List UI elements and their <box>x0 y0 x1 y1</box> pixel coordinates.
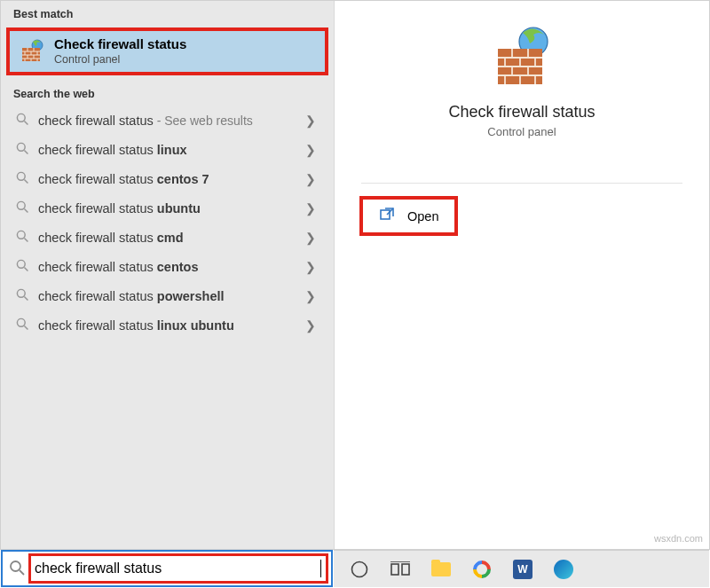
svg-line-20 <box>24 180 28 184</box>
search-icon <box>15 200 29 216</box>
chevron-right-icon: ❯ <box>305 201 320 216</box>
search-web-header: Search the web <box>1 81 334 106</box>
search-icon <box>15 229 29 246</box>
search-icon <box>15 170 29 187</box>
svg-point-21 <box>17 202 25 210</box>
edge-icon[interactable] <box>554 560 573 579</box>
web-result-text: check firewall status linux ubuntu <box>38 318 296 333</box>
search-icon <box>8 559 26 579</box>
web-result-item[interactable]: check firewall status centos 7❯ <box>6 164 328 193</box>
web-result-bold: centos <box>157 260 199 274</box>
chevron-right-icon: ❯ <box>305 231 320 245</box>
svg-point-29 <box>17 319 25 327</box>
svg-line-28 <box>24 297 28 301</box>
firewall-icon-large <box>491 26 553 92</box>
svg-line-26 <box>24 268 28 271</box>
web-result-prefix: check firewall status <box>38 289 157 303</box>
web-result-bold: ubuntu <box>157 201 201 216</box>
taskbar: W <box>334 550 709 587</box>
web-result-item[interactable]: check firewall status linux ubuntu❯ <box>6 310 328 340</box>
web-result-prefix: check firewall status <box>38 318 157 333</box>
web-result-prefix: check firewall status <box>38 172 157 186</box>
watermark: wsxdn.com <box>654 533 703 544</box>
search-icon <box>15 287 29 304</box>
details-subtitle: Control panel <box>487 125 556 138</box>
web-result-text: check firewall status powershell <box>38 289 296 303</box>
search-icon <box>15 258 29 275</box>
details-pane: Check firewall status Control panel Open <box>335 1 709 549</box>
svg-line-18 <box>24 151 28 154</box>
svg-rect-50 <box>391 564 398 575</box>
open-label: Open <box>407 209 438 223</box>
web-result-text: check firewall status ubuntu <box>38 201 296 216</box>
web-result-item[interactable]: check firewall status powershell❯ <box>6 281 328 310</box>
web-result-text: check firewall status linux <box>38 143 296 157</box>
web-result-prefix: check firewall status <box>38 260 157 274</box>
file-explorer-icon[interactable] <box>431 560 451 579</box>
chevron-right-icon: ❯ <box>305 260 320 274</box>
best-match-header: Best match <box>1 1 334 26</box>
chevron-right-icon: ❯ <box>305 289 320 303</box>
chevron-right-icon: ❯ <box>305 172 320 186</box>
search-results-pane: Best match Check firewall s <box>1 1 335 549</box>
svg-line-16 <box>24 122 28 125</box>
web-result-prefix: check firewall status <box>38 201 157 216</box>
svg-point-25 <box>17 261 25 269</box>
chevron-right-icon: ❯ <box>305 114 320 128</box>
svg-line-30 <box>24 326 28 330</box>
svg-rect-51 <box>402 564 409 575</box>
web-result-bold: linux ubuntu <box>157 318 234 333</box>
web-result-prefix: check firewall status <box>38 143 157 157</box>
web-result-item[interactable]: check firewall status linux❯ <box>6 135 328 164</box>
svg-line-48 <box>20 570 24 575</box>
web-result-item[interactable]: check firewall status - See web results❯ <box>6 106 328 135</box>
web-result-item[interactable]: check firewall status cmd❯ <box>6 223 328 252</box>
search-icon <box>15 317 29 333</box>
web-result-suffix: - See web results <box>154 114 253 128</box>
svg-point-27 <box>17 290 25 298</box>
chevron-right-icon: ❯ <box>305 318 320 333</box>
chevron-right-icon: ❯ <box>305 143 320 157</box>
text-cursor <box>320 560 321 577</box>
search-bar[interactable] <box>1 550 333 587</box>
web-result-bold: centos 7 <box>157 172 209 186</box>
svg-point-15 <box>17 114 25 122</box>
svg-point-19 <box>17 173 25 181</box>
svg-line-24 <box>24 239 28 242</box>
web-result-prefix: check firewall status <box>38 231 157 245</box>
open-action[interactable]: Open <box>363 200 454 232</box>
svg-point-49 <box>352 561 367 576</box>
web-result-text: check firewall status cmd <box>38 231 296 245</box>
best-match-item[interactable]: Check firewall status Control panel <box>8 29 327 74</box>
firewall-icon <box>19 38 45 65</box>
divider <box>361 183 683 184</box>
web-result-prefix: check firewall status <box>38 114 154 128</box>
web-result-bold: linux <box>157 143 187 157</box>
best-match-subtitle: Control panel <box>54 53 186 67</box>
search-input[interactable] <box>35 561 322 576</box>
svg-rect-46 <box>381 210 390 219</box>
chrome-icon[interactable] <box>472 560 492 579</box>
svg-point-17 <box>17 144 25 152</box>
svg-point-23 <box>17 231 25 239</box>
search-icon <box>15 112 29 129</box>
svg-point-47 <box>11 561 20 571</box>
web-result-text: check firewall status centos 7 <box>38 172 296 186</box>
svg-line-22 <box>24 209 28 213</box>
task-view-icon[interactable] <box>390 560 410 579</box>
web-result-item[interactable]: check firewall status ubuntu❯ <box>6 193 328 223</box>
web-result-bold: cmd <box>157 231 184 245</box>
search-icon <box>15 141 29 158</box>
web-result-text: check firewall status - See web results <box>38 114 296 128</box>
best-match-title: Check firewall status <box>54 36 186 53</box>
word-icon[interactable]: W <box>513 560 532 579</box>
cortana-icon[interactable] <box>350 560 369 579</box>
details-title: Check firewall status <box>448 103 595 122</box>
web-result-text: check firewall status centos <box>38 260 296 274</box>
open-icon <box>379 207 395 225</box>
web-result-item[interactable]: check firewall status centos❯ <box>6 252 328 281</box>
web-result-bold: powershell <box>157 289 225 303</box>
